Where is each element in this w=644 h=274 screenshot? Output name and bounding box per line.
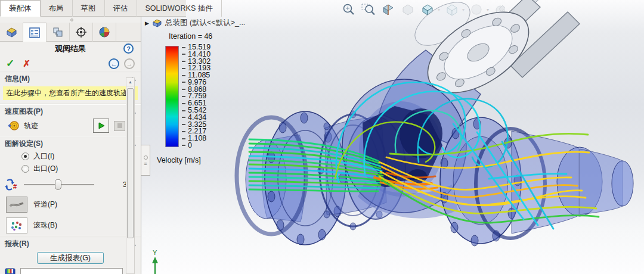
pipe-row: 管道(P) <box>0 194 141 215</box>
tab-layout[interactable]: 布局 <box>41 0 73 17</box>
charts-section-header[interactable]: 速度图表(P) <box>0 105 141 118</box>
pipe-label: 管道(P) <box>33 200 57 210</box>
tab-dimxpert-manager[interactable] <box>93 23 116 42</box>
play-icon <box>97 122 106 130</box>
ball-button[interactable] <box>6 217 27 233</box>
inlet-radio-label: 入口(I) <box>33 151 54 161</box>
tick-dash <box>182 131 185 132</box>
tab-display-manager[interactable] <box>70 23 93 42</box>
tick-dash <box>182 68 185 69</box>
assembly-icon <box>152 18 162 27</box>
tick-dash <box>182 145 185 146</box>
splitter-pin-icon <box>144 155 148 160</box>
back-arrow-icon[interactable]: ← <box>109 58 119 69</box>
save-report-icon[interactable] <box>5 268 16 274</box>
trajectory-label: 轨迹 <box>24 121 38 131</box>
colorbar-tick: 0 <box>182 142 210 149</box>
property-manager-panel: 观阅结果 ? ✓ ✗ ← → 信息(M) 在此步骤中，您查看所产生的速度轨迹。 … <box>0 17 141 274</box>
panel-resize-dot[interactable] <box>70 18 73 21</box>
iteration-label: Iteration = 46 <box>169 32 212 41</box>
legend-unit-label: Velocity [m/s] <box>157 156 212 164</box>
forward-arrow-icon[interactable]: → <box>124 58 135 69</box>
step-message: 在此步骤中，您查看所产生的速度轨迹。 <box>3 86 138 100</box>
outlet-radio-label: 出口(O) <box>33 164 58 174</box>
tab-configuration-manager[interactable] <box>47 23 70 42</box>
pipe-button[interactable] <box>6 197 27 213</box>
tab-assembly[interactable]: 装配体 <box>0 0 41 17</box>
stop-button-disabled[interactable] <box>114 121 125 131</box>
assembly-manager-icon <box>5 27 17 38</box>
outlet-radio-button[interactable] <box>21 165 29 173</box>
tick-dash <box>182 54 185 55</box>
inlet-radio-row[interactable]: 入口(I) <box>0 150 141 163</box>
panel-title-row: 观阅结果 ? <box>0 42 141 56</box>
report-list-box[interactable] <box>20 268 123 274</box>
splitter-grip-icon: ≡ <box>144 163 147 165</box>
tick-dash <box>182 110 185 111</box>
configuration-manager-icon <box>52 26 64 38</box>
cancel-x-icon[interactable]: ✗ <box>23 58 30 69</box>
plot-settings-section: 图解设定(S) 入口(I) 出口(O) # 33 管道(P) <box>0 136 141 236</box>
tick-dash <box>182 117 185 118</box>
tick-dash <box>182 89 185 90</box>
outlet-radio-row[interactable]: 出口(O) <box>0 163 141 175</box>
slider-thumb[interactable] <box>55 179 61 190</box>
ok-cancel-row: ✓ ✗ ← → <box>0 56 141 71</box>
trajectory-row[interactable]: 轨迹 <box>0 118 141 136</box>
scrollbar-thumb[interactable] <box>127 88 134 238</box>
manager-tab-strip <box>0 23 141 42</box>
velocity-colorbar <box>165 46 179 147</box>
tree-item-label: 总装图 (默认<<默认>_... <box>165 18 245 28</box>
report-header-label: 报表(R) <box>5 239 29 249</box>
display-manager-icon <box>75 26 87 38</box>
results-legend: Iteration = 46 15.51914.41013.30212.1931… <box>165 32 212 164</box>
panel-title: 观阅结果 <box>55 43 86 54</box>
ball-label: 滚珠(B) <box>33 220 57 231</box>
help-icon[interactable]: ? <box>123 43 134 54</box>
tick-dash <box>182 96 185 97</box>
tick-dash <box>182 82 185 83</box>
valve-geometry <box>237 0 633 246</box>
tab-sketch[interactable]: 草图 <box>73 0 105 17</box>
panel-scrollbar[interactable]: ▲ <box>126 77 135 274</box>
settings-header-label: 图解设定(S) <box>5 139 43 149</box>
tick-dash <box>182 75 185 76</box>
solidworks-window: { "ribbon": { "tabs": ["装配体", "布局", "草图"… <box>0 0 644 274</box>
tab-solidworks-addins[interactable]: SOLIDWORKS 插件 <box>137 0 222 17</box>
tab-assembly-manager[interactable] <box>0 23 23 42</box>
inlet-radio-button[interactable] <box>21 152 29 160</box>
svg-text:#: # <box>13 183 17 190</box>
tab-property-manager[interactable] <box>23 23 47 42</box>
tick-dash <box>182 61 185 62</box>
trajectory-count-icon: # <box>5 178 19 191</box>
velocity-charts-section: 速度图表(P) 轨迹 <box>0 104 141 136</box>
play-button[interactable] <box>93 119 109 133</box>
tick-dash <box>182 138 185 139</box>
trajectory-count-slider[interactable] <box>24 179 94 191</box>
scrollbar-up-arrow[interactable]: ▲ <box>126 78 134 86</box>
pipe-icon <box>9 200 24 210</box>
tick-value: 0 <box>188 142 192 149</box>
trajectory-icon <box>8 120 19 131</box>
colorbar-ticks: 15.51914.41013.30212.19311.0859.9768.868… <box>182 44 210 149</box>
trajectory-count-row: # 33 <box>0 175 141 194</box>
ball-row: 滚珠(B) <box>0 215 141 236</box>
tick-dash <box>182 124 185 125</box>
report-output-row <box>0 266 141 274</box>
ok-check-icon[interactable]: ✓ <box>6 57 14 70</box>
tree-expand-icon[interactable]: ▶ <box>145 20 149 26</box>
panel-splitter-handle[interactable]: ≡ <box>141 145 150 176</box>
dimxpert-manager-icon <box>98 26 110 38</box>
info-section: 信息(M) 在此步骤中，您查看所产生的速度轨迹。 <box>0 71 141 104</box>
colorbar-tick: 1.108 <box>182 135 210 142</box>
generate-report-button[interactable]: 生成报表(G) <box>37 252 104 264</box>
feature-tree-flyout[interactable]: ▶ 总装图 (默认<<默认>_... <box>145 18 245 28</box>
settings-section-header[interactable]: 图解设定(S) <box>0 137 141 150</box>
tick-dash <box>182 47 185 48</box>
info-section-header[interactable]: 信息(M) <box>0 72 141 85</box>
report-section: 报表(R) 生成报表(G) <box>0 236 141 274</box>
tab-evaluate[interactable]: 评估 <box>105 0 137 17</box>
ribbon-tab-bar: 装配体 布局 草图 评估 SOLIDWORKS 插件 <box>0 0 186 17</box>
report-section-header[interactable]: 报表(R) <box>0 237 141 250</box>
triad-y-label: Y <box>153 249 157 256</box>
